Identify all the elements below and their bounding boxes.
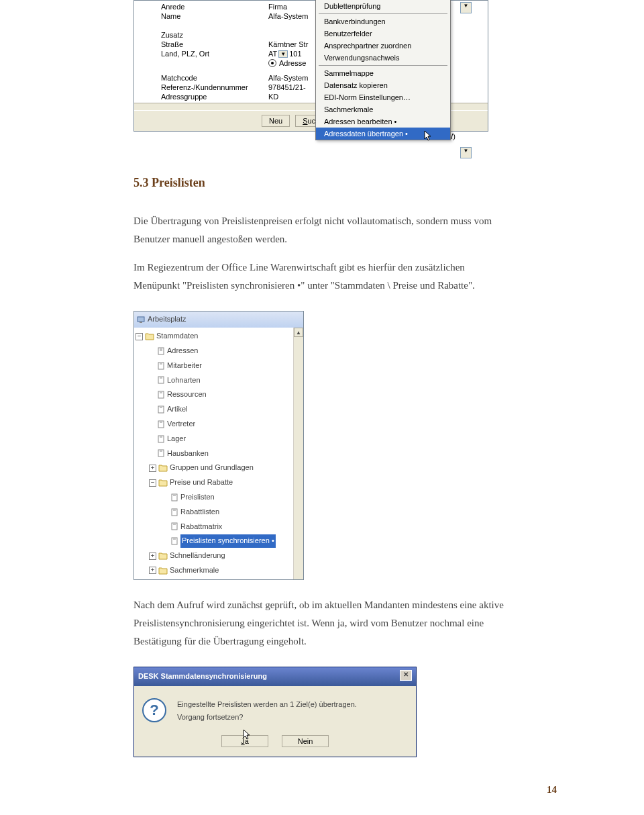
menu-item[interactable]: Verwendungsnachweis bbox=[316, 52, 450, 64]
label-land: Land, PLZ, Ort bbox=[134, 50, 268, 58]
no-button[interactable]: Nein bbox=[282, 735, 329, 747]
page-icon bbox=[170, 537, 178, 545]
menu-item[interactable]: Datensatz kopieren bbox=[316, 79, 450, 91]
close-icon[interactable]: ✕ bbox=[400, 670, 412, 681]
menu-item[interactable]: Adressen bearbeiten • bbox=[316, 115, 450, 128]
menu-item[interactable]: Benutzerfelder bbox=[316, 28, 450, 40]
tree-leaf[interactable]: Adressen bbox=[134, 344, 303, 358]
form-area: AnredeFirma NameAlfa-System Zusatz Straß… bbox=[134, 1, 488, 103]
page-icon bbox=[157, 362, 165, 370]
tree-leaf[interactable]: Preislisten bbox=[134, 490, 303, 505]
form-screenshot: AnredeFirma NameAlfa-System Zusatz Straß… bbox=[133, 0, 488, 132]
page-icon bbox=[170, 493, 178, 501]
tree-leaf[interactable]: Hausbanken bbox=[134, 446, 303, 461]
paragraph: Im Regiezentrum der Office Line Warenwir… bbox=[133, 258, 509, 295]
dialog-body: ? Eingestellte Preislisten werden an 1 Z… bbox=[134, 686, 416, 730]
page-icon bbox=[157, 391, 165, 399]
dialog-title: DESK Stammdatensynchronisierung bbox=[138, 670, 267, 683]
page-icon bbox=[170, 522, 178, 530]
value-land1: AT bbox=[268, 50, 277, 58]
section-heading: 5.3 Preislisten bbox=[133, 172, 509, 193]
dialog-text: Vorgang fortsetzen? bbox=[177, 711, 357, 724]
tree-body: − Stammdaten Adressen Mitarbeiter Lohnar… bbox=[134, 328, 303, 579]
value-land2: 101 bbox=[289, 50, 301, 58]
workstation-icon bbox=[137, 316, 145, 324]
tree-node[interactable]: −Preise und Rabatte bbox=[134, 475, 303, 490]
menu-item[interactable]: Dublettenprüfung bbox=[316, 0, 450, 12]
page-icon bbox=[157, 449, 165, 457]
yes-button[interactable]: Ja bbox=[221, 735, 268, 747]
paragraph: Die Übertragung von Preislistenpreisen e… bbox=[133, 212, 509, 248]
menu-item[interactable]: Sachmerkmale bbox=[316, 103, 450, 115]
folder-open-icon bbox=[158, 479, 168, 487]
folder-icon bbox=[158, 464, 168, 472]
label-matchcode: Matchcode bbox=[134, 74, 268, 82]
dropdown-button-icon[interactable]: ▼ bbox=[460, 147, 472, 158]
label-name: Name bbox=[134, 12, 268, 20]
tree-leaf-selected[interactable]: Preislisten synchronisieren • bbox=[134, 534, 303, 548]
menu-item[interactable]: EDI-Norm Einstellungen… bbox=[316, 91, 450, 103]
page-icon bbox=[157, 376, 165, 384]
label-referenz: Referenz-/Kundennummer bbox=[134, 83, 268, 91]
menu-item[interactable]: Bankverbindungen bbox=[316, 15, 450, 28]
menu-separator bbox=[319, 65, 447, 66]
label-adresse-radio: Adresse bbox=[279, 59, 306, 67]
tree-node[interactable]: +Schnelländerung bbox=[134, 548, 303, 563]
tree-leaf[interactable]: Ressourcen bbox=[134, 387, 303, 402]
tree-title-bar: Arbeitsplatz bbox=[134, 311, 303, 328]
scroll-up-icon[interactable]: ▲ bbox=[294, 328, 303, 337]
tree-leaf[interactable]: Vertreter bbox=[134, 417, 303, 432]
label-adressgruppe: Adressgruppe bbox=[134, 93, 268, 101]
folder-icon bbox=[158, 552, 168, 560]
scrollbar[interactable]: ▲ bbox=[293, 328, 303, 579]
label-anrede: Anrede bbox=[134, 3, 268, 11]
menu-item[interactable]: Ansprechpartner zuordnen bbox=[316, 40, 450, 52]
page-icon bbox=[157, 405, 165, 414]
tree-leaf[interactable]: Rabattmatrix bbox=[134, 520, 303, 534]
svg-rect-1 bbox=[140, 322, 142, 323]
menu-separator bbox=[319, 13, 447, 14]
paragraph: Nach dem Aufruf wird zunächst geprüft, o… bbox=[133, 596, 509, 651]
tree-leaf[interactable]: Rabattlisten bbox=[134, 505, 303, 520]
dropdown-arrow-icon[interactable]: ▼ bbox=[278, 50, 288, 58]
label-zusatz: Zusatz bbox=[134, 31, 268, 39]
page-icon bbox=[157, 435, 165, 443]
label-strasse: Straße bbox=[134, 40, 268, 48]
folder-open-icon bbox=[145, 332, 154, 340]
tree-leaf[interactable]: Lohnarten bbox=[134, 373, 303, 388]
tree-screenshot: Arbeitsplatz − Stammdaten Adressen Mitar… bbox=[133, 311, 304, 579]
folder-icon bbox=[158, 567, 168, 575]
context-menu: Dublettenprüfung Bankverbindungen Benutz… bbox=[315, 0, 451, 140]
page-icon bbox=[157, 420, 165, 428]
page-icon bbox=[170, 508, 178, 516]
radio-adresse[interactable] bbox=[268, 59, 276, 67]
menu-item-selected[interactable]: Adressdaten übertragen • bbox=[316, 128, 450, 140]
dropdown-button-icon[interactable]: ▼ bbox=[460, 2, 472, 13]
tree-node[interactable]: +Sachmerkmale bbox=[134, 563, 303, 578]
page-icon bbox=[157, 347, 165, 355]
tree-leaf[interactable]: Artikel bbox=[134, 402, 303, 417]
confirm-dialog: DESK Stammdatensynchronisierung ✕ ? Eing… bbox=[133, 667, 417, 757]
page-number: 14 bbox=[0, 784, 644, 796]
cursor-icon bbox=[242, 729, 253, 740]
menu-item[interactable]: Sammelmappe bbox=[316, 67, 450, 79]
tree-node[interactable]: +Gruppen und Grundlagen bbox=[134, 461, 303, 475]
tree-leaf[interactable]: Lager bbox=[134, 432, 303, 446]
question-icon: ? bbox=[142, 698, 166, 722]
neu-button[interactable]: Neu bbox=[262, 115, 290, 127]
dialog-buttons: Ja Nein bbox=[134, 730, 416, 757]
tree-leaf[interactable]: Mitarbeiter bbox=[134, 358, 303, 373]
dialog-text: Eingestellte Preislisten werden an 1 Zie… bbox=[177, 698, 357, 712]
cursor-icon bbox=[423, 130, 434, 141]
dialog-title-bar: DESK Stammdatensynchronisierung ✕ bbox=[134, 667, 416, 686]
svg-rect-0 bbox=[138, 317, 144, 322]
tree-node[interactable]: − Stammdaten bbox=[134, 329, 303, 344]
